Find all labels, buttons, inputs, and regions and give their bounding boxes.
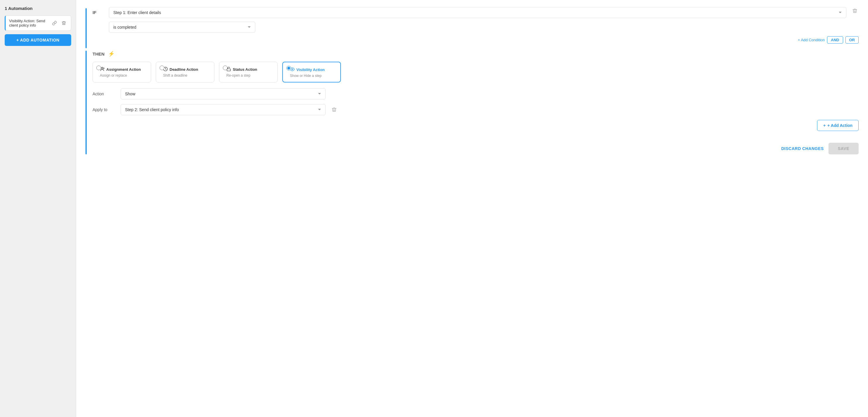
status-card-inner: Status Action Re-open a step [224, 66, 273, 77]
then-section: THEN ⚡ [86, 50, 859, 154]
apply-to-form-row: Apply to Step 1: Enter client details St… [93, 104, 859, 115]
if-border [86, 8, 87, 48]
apply-to-dropdown[interactable]: Step 1: Enter client details Step 2: Sen… [121, 104, 326, 115]
and-button[interactable]: AND [827, 36, 843, 43]
add-action-bar: + + Add Action [93, 120, 859, 131]
sidebar-title: 1 Automation [5, 6, 71, 11]
add-condition-button[interactable]: + Add Condition [798, 38, 825, 42]
visibility-radio[interactable] [286, 66, 291, 70]
status-card-desc: Re-open a step [226, 73, 273, 77]
action-form-field: Show Hide [121, 88, 326, 99]
automation-item-actions [51, 20, 67, 26]
or-button[interactable]: OR [845, 36, 859, 43]
assignment-card-inner: Assignment Action Assign or replace [97, 66, 146, 77]
lightning-icon: ⚡ [108, 50, 115, 57]
action-form-label: Action [93, 92, 116, 96]
step-dropdown-wrapper: Step 1: Enter client details Step 2: Sen… [109, 7, 846, 18]
status-radio[interactable] [223, 66, 227, 70]
if-row: IF Step 1: Enter client details Step 2: … [93, 7, 859, 33]
assignment-card-title: Assignment Action [100, 67, 146, 72]
add-action-plus-icon: + [823, 123, 826, 128]
visibility-card-desc: Show or Hide a step [290, 74, 336, 78]
sidebar: 1 Automation Visibility Action: Send cli… [0, 0, 76, 417]
main-content: IF Step 1: Enter client details Step 2: … [76, 0, 868, 417]
delete-action-btn[interactable] [330, 106, 338, 113]
delete-automation-btn[interactable] [60, 20, 67, 26]
action-form-row: Action Show Hide [93, 88, 859, 99]
assignment-card-desc: Assign or replace [100, 73, 146, 77]
automation-item-label: Visibility Action: Send client policy in… [9, 19, 51, 28]
action-form: Action Show Hide Apply to Step 1: Enter … [93, 88, 859, 115]
then-border [86, 50, 87, 154]
link-icon-btn[interactable] [51, 20, 58, 26]
deadline-radio[interactable] [160, 66, 164, 70]
add-condition-bar: + Add Condition AND OR [93, 36, 859, 43]
add-automation-button[interactable]: + ADD AUTOMATION [5, 34, 71, 46]
deadline-card-title: Deadline Action [163, 67, 209, 72]
visibility-card-title: Visibility Action [290, 67, 336, 72]
apply-to-form-field: Step 1: Enter client details Step 2: Sen… [121, 104, 326, 115]
if-label: IF [93, 7, 104, 15]
action-cards: Assignment Action Assign or replace [93, 62, 859, 82]
condition-dropdown[interactable]: is completed is not completed is skipped [109, 22, 255, 33]
then-header: THEN ⚡ [93, 50, 859, 57]
then-content: THEN ⚡ [93, 50, 859, 154]
if-section: IF Step 1: Enter client details Step 2: … [86, 7, 859, 48]
bottom-bar: DISCARD CHANGES SAVE [93, 138, 859, 154]
discard-button[interactable]: DISCARD CHANGES [781, 146, 824, 151]
status-action-card[interactable]: Status Action Re-open a step [219, 62, 278, 82]
automation-item: Visibility Action: Send client policy in… [5, 15, 71, 31]
deadline-card-inner: Deadline Action Shift a deadline [161, 66, 209, 77]
assignment-radio[interactable] [96, 66, 101, 70]
svg-point-5 [292, 69, 293, 70]
add-action-button[interactable]: + + Add Action [817, 120, 859, 131]
condition-dropdown-wrapper: is completed is not completed is skipped [109, 22, 255, 33]
then-label: THEN [93, 51, 104, 57]
apply-to-label: Apply to [93, 107, 116, 112]
delete-condition-btn[interactable] [851, 7, 859, 14]
status-card-title: Status Action [226, 67, 273, 72]
action-dropdown[interactable]: Show Hide [121, 88, 326, 99]
if-fields: Step 1: Enter client details Step 2: Sen… [109, 7, 846, 33]
svg-point-0 [101, 67, 103, 69]
if-content: IF Step 1: Enter client details Step 2: … [93, 7, 859, 48]
visibility-card-inner: Visibility Action Show or Hide a step [287, 66, 336, 78]
deadline-action-card[interactable]: Deadline Action Shift a deadline [156, 62, 214, 82]
save-button[interactable]: SAVE [829, 143, 859, 154]
deadline-card-desc: Shift a deadline [163, 73, 209, 77]
assignment-action-card[interactable]: Assignment Action Assign or replace [93, 62, 151, 82]
step-dropdown[interactable]: Step 1: Enter client details Step 2: Sen… [109, 7, 846, 18]
visibility-action-card[interactable]: Visibility Action Show or Hide a step [282, 62, 341, 82]
